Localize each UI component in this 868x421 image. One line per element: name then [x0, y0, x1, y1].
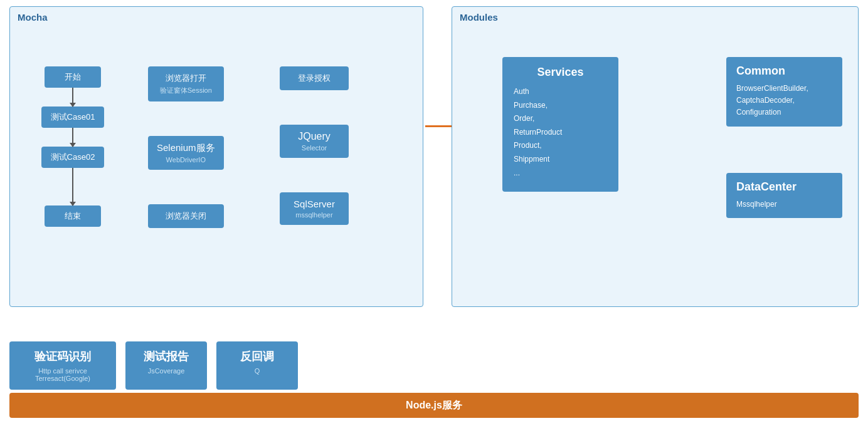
mocha-box: Mocha 开始 测试Case01 测试Case02 结束 浏览器打开 验证窗体… [9, 6, 423, 307]
flow-node-case02: 测试Case02 [41, 147, 104, 168]
nodejs-bar: Node.js服务 [9, 393, 859, 418]
mid-column: 浏览器打开 验证窗体Session Selenium服务 WebDriverIO… [148, 66, 224, 228]
callback-sub: Q [234, 367, 280, 375]
mid-box-selenium: Selenium服务 WebDriverIO [148, 136, 224, 170]
common-items: BrowserClientBuilder, CaptchaDecoder, Co… [736, 83, 832, 119]
common-title: Common [736, 65, 832, 78]
captcha-title: 验证码识别 [21, 349, 105, 364]
datacenter-box: DataCenter Mssqlhelper [726, 173, 842, 218]
callback-title: 反回调 [234, 349, 280, 364]
bottom-row: 验证码识别 Http call serivce Terresact(Google… [9, 341, 298, 390]
services-box: Services Auth Purchase, Order, ReturnPro… [502, 57, 618, 192]
modules-box: Modules Services Auth Purchase, Order, R… [452, 6, 859, 307]
mocha-title: Mocha [18, 12, 48, 23]
arrow-down-3 [72, 168, 73, 205]
right-column: 登录授权 JQuery Selector SqlServer mssqlhelp… [280, 66, 349, 225]
mid-box-browser-open: 浏览器打开 验证窗体Session [148, 66, 224, 101]
report-sub: JsCoverage [137, 367, 196, 375]
right-box-login: 登录授权 [280, 66, 349, 90]
mid-box-browser-close: 浏览器关闭 [148, 204, 224, 228]
captcha-sub: Http call serivce Terresact(Google) [21, 367, 105, 382]
modules-title: Modules [460, 12, 498, 23]
flow-node-case01: 测试Case01 [41, 107, 104, 128]
flow-node-end: 结束 [45, 205, 101, 227]
report-title: 测试报告 [137, 349, 196, 364]
services-title: Services [514, 66, 607, 79]
datacenter-title: DataCenter [736, 180, 832, 194]
right-box-sqlserver: SqlServer mssqlhelper [280, 192, 349, 225]
arrow-down-2 [72, 128, 73, 147]
right-box-jquery: JQuery Selector [280, 125, 349, 158]
datacenter-items: Mssqlhelper [736, 199, 832, 210]
common-box: Common BrowserClientBuilder, CaptchaDeco… [726, 57, 842, 127]
bottom-box-captcha: 验证码识别 Http call serivce Terresact(Google… [9, 341, 116, 390]
services-list: Auth Purchase, Order, ReturnProduct Prod… [514, 85, 607, 180]
flow-column: 开始 测试Case01 测试Case02 结束 [41, 66, 104, 227]
flow-node-start: 开始 [45, 66, 101, 88]
arrow-down-1 [72, 88, 73, 107]
bottom-box-report: 测试报告 JsCoverage [125, 341, 207, 390]
bottom-box-callback: 反回调 Q [216, 341, 298, 390]
